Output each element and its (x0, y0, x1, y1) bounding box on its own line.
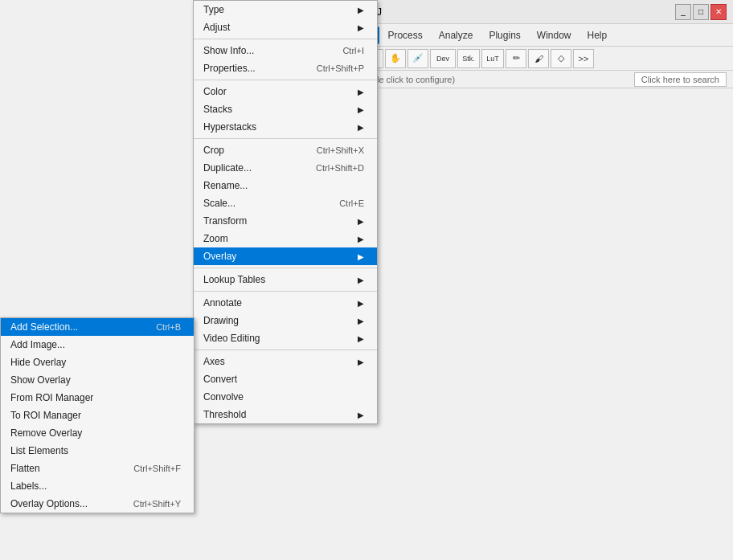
menu-plugins[interactable]: Plugins (481, 27, 528, 44)
arrow-icon: ▶ (358, 217, 364, 226)
arrow-icon: ▶ (358, 299, 364, 308)
arrow-icon: ▶ (358, 276, 364, 284)
toolbar-pencil[interactable]: ✏ (506, 49, 526, 68)
overlay-item-labels[interactable]: Labels... (1, 477, 194, 495)
menu-item-convert[interactable]: Convert (194, 370, 377, 388)
toolbar-hand[interactable]: ✋ (385, 49, 406, 68)
separator (194, 349, 377, 350)
toolbar-dev[interactable]: Dev (430, 49, 456, 68)
menu-analyze[interactable]: Analyze (431, 27, 481, 44)
toolbar-eraser[interactable]: ◇ (551, 49, 571, 68)
overlay-item-show-overlay[interactable]: Show Overlay (1, 371, 194, 389)
menu-item-lookup-tables[interactable]: Lookup Tables ▶ (194, 271, 377, 288)
separator (194, 268, 377, 268)
menu-item-drawing[interactable]: Drawing ▶ (194, 312, 377, 329)
menu-item-zoom[interactable]: Zoom ▶ (194, 230, 377, 247)
menu-item-rename[interactable]: Rename... (194, 177, 377, 194)
menu-item-type[interactable]: Type ▶ (194, 1, 377, 18)
separator (194, 138, 377, 139)
menu-item-color[interactable]: Color ▶ (194, 83, 377, 100)
menu-item-scale[interactable]: Scale... Ctrl+E (194, 194, 377, 212)
menu-process[interactable]: Process (379, 27, 430, 44)
close-button[interactable]: ✕ (710, 4, 727, 20)
overlay-item-list-elements[interactable]: List Elements (1, 442, 194, 460)
menu-item-show-info[interactable]: Show Info... Ctrl+I (194, 42, 377, 59)
menu-item-adjust[interactable]: Adjust ▶ (194, 18, 377, 36)
overlay-item-remove-overlay[interactable]: Remove Overlay (1, 424, 194, 442)
menu-item-duplicate[interactable]: Duplicate... Ctrl+Shift+D (194, 159, 377, 177)
menu-help[interactable]: Help (579, 27, 616, 44)
title-bar-controls: _ □ ✕ (675, 4, 727, 20)
maximize-button[interactable]: □ (693, 4, 709, 20)
overlay-submenu: Add Selection... Ctrl+B Add Image... Hid… (0, 317, 195, 513)
arrow-icon: ▶ (358, 317, 364, 325)
overlay-item-overlay-options[interactable]: Overlay Options... Ctrl+Shift+Y (1, 495, 194, 513)
overlay-item-add-image[interactable]: Add Image... (1, 336, 194, 354)
overlay-item-add-selection[interactable]: Add Selection... Ctrl+B (1, 318, 194, 336)
menu-item-axes[interactable]: Axes ▶ (194, 353, 377, 370)
menu-item-convolve[interactable]: Convolve (194, 388, 377, 406)
image-dropdown-menu: Type ▶ Adjust ▶ Show Info... Ctrl+I Prop… (193, 0, 378, 424)
menu-item-overlay[interactable]: Overlay ▶ (194, 247, 377, 265)
toolbar-more[interactable]: >> (573, 49, 594, 68)
arrow-icon: ▶ (358, 235, 364, 243)
arrow-icon: ▶ (358, 23, 364, 32)
overlay-item-from-roi-manager[interactable]: From ROI Manager (1, 389, 194, 407)
arrow-icon: ▶ (358, 6, 364, 14)
overlay-item-flatten[interactable]: Flatten Ctrl+Shift+F (1, 460, 194, 477)
search-input[interactable]: Click here to search (634, 72, 727, 87)
arrow-icon: ▶ (358, 88, 364, 96)
arrow-icon: ▶ (358, 411, 364, 419)
separator (194, 39, 377, 39)
arrow-icon: ▶ (358, 105, 364, 114)
separator (194, 80, 377, 80)
menu-window[interactable]: Window (529, 27, 579, 44)
overlay-item-hide-overlay[interactable]: Hide Overlay (1, 354, 194, 371)
menu-item-hyperstacks[interactable]: Hyperstacks ▶ (194, 118, 377, 136)
menu-item-threshold[interactable]: Threshold ▶ (194, 406, 377, 423)
menu-item-stacks[interactable]: Stacks ▶ (194, 100, 377, 118)
toolbar-brush[interactable]: 🖌 (528, 49, 549, 68)
menu-item-crop[interactable]: Crop Ctrl+Shift+X (194, 141, 377, 159)
separator (194, 291, 377, 292)
menu-item-video-editing[interactable]: Video Editing ▶ (194, 329, 377, 347)
minimize-button[interactable]: _ (675, 4, 691, 20)
arrow-icon: ▶ (358, 123, 364, 132)
menu-item-properties[interactable]: Properties... Ctrl+Shift+P (194, 59, 377, 77)
arrow-icon: ▶ (358, 252, 364, 261)
toolbar-lut[interactable]: LuT (481, 49, 504, 68)
toolbar-stk[interactable]: Stk. (457, 49, 480, 68)
menu-item-annotate[interactable]: Annotate ▶ (194, 294, 377, 312)
overlay-item-to-roi-manager[interactable]: To ROI Manager (1, 407, 194, 424)
menu-item-transform[interactable]: Transform ▶ (194, 212, 377, 230)
toolbar-probe[interactable]: 💉 (407, 49, 428, 68)
arrow-icon: ▶ (358, 358, 364, 366)
arrow-icon: ▶ (358, 334, 364, 343)
